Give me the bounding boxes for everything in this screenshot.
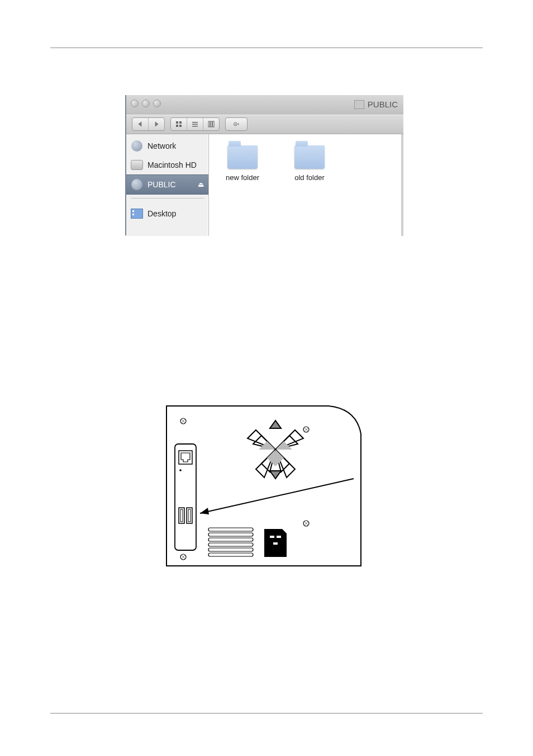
folder-item[interactable]: old folder bbox=[287, 145, 332, 182]
finder-titlebar: PUBLIC bbox=[126, 95, 403, 115]
sidebar-item-label: Network bbox=[147, 141, 176, 150]
svg-point-43 bbox=[179, 469, 182, 471]
sidebar-item-label: Desktop bbox=[147, 209, 176, 218]
svg-rect-56 bbox=[273, 542, 278, 545]
folder-icon bbox=[227, 145, 258, 169]
window-title-label: PUBLIC bbox=[368, 100, 398, 109]
icon-view-button[interactable] bbox=[171, 118, 187, 130]
folder-item[interactable]: new folder bbox=[220, 145, 265, 182]
desktop-icon bbox=[131, 207, 143, 220]
page-footer bbox=[50, 713, 483, 722]
svg-rect-3 bbox=[179, 121, 182, 124]
action-menu-button[interactable] bbox=[226, 118, 247, 130]
header-rule bbox=[50, 48, 483, 48]
finder-toolbar bbox=[126, 115, 403, 134]
finder-body: Network Macintosh HD PUBLIC ⏏ Desktop bbox=[126, 134, 403, 236]
footer-rule bbox=[50, 713, 483, 714]
svg-rect-54 bbox=[270, 536, 274, 538]
svg-rect-10 bbox=[211, 121, 212, 127]
sidebar-item-label: Macintosh HD bbox=[147, 160, 197, 169]
list-view-button[interactable] bbox=[187, 118, 203, 130]
svg-rect-11 bbox=[213, 121, 215, 127]
sidebar-item-label: PUBLIC bbox=[147, 180, 176, 189]
svg-rect-47 bbox=[188, 509, 191, 522]
svg-rect-8 bbox=[192, 126, 198, 127]
hd-icon bbox=[131, 159, 143, 171]
window-controls[interactable] bbox=[131, 100, 161, 107]
network-icon bbox=[131, 140, 143, 152]
sidebar-separator bbox=[131, 198, 204, 204]
folder-label: old folder bbox=[287, 173, 332, 182]
folder-icon bbox=[294, 145, 325, 169]
svg-marker-0 bbox=[138, 121, 141, 127]
svg-point-13 bbox=[235, 124, 236, 125]
svg-rect-55 bbox=[277, 536, 281, 538]
svg-rect-6 bbox=[192, 122, 198, 123]
window-title: PUBLIC bbox=[354, 100, 398, 109]
svg-rect-2 bbox=[176, 121, 178, 124]
svg-rect-7 bbox=[192, 124, 198, 125]
volume-icon bbox=[354, 100, 364, 109]
forward-button[interactable] bbox=[149, 118, 164, 130]
eject-icon[interactable]: ⏏ bbox=[198, 181, 204, 188]
view-segment[interactable] bbox=[170, 117, 220, 131]
column-view-button[interactable] bbox=[203, 118, 219, 130]
svg-rect-4 bbox=[176, 125, 178, 127]
network-volume-icon bbox=[131, 178, 143, 191]
finder-content[interactable]: new folder old folder bbox=[209, 134, 403, 236]
action-segment[interactable] bbox=[225, 117, 248, 131]
nav-segment[interactable] bbox=[132, 117, 165, 131]
back-button[interactable] bbox=[132, 118, 149, 130]
svg-marker-14 bbox=[238, 124, 239, 125]
svg-marker-1 bbox=[155, 121, 159, 127]
close-icon[interactable] bbox=[131, 100, 139, 107]
sidebar-item-public[interactable]: PUBLIC ⏏ bbox=[126, 174, 208, 195]
svg-rect-9 bbox=[208, 121, 210, 127]
svg-rect-45 bbox=[180, 509, 183, 522]
sidebar-item-desktop[interactable]: Desktop bbox=[126, 204, 208, 223]
sidebar-item-network[interactable]: Network bbox=[126, 136, 208, 155]
zoom-icon[interactable] bbox=[153, 100, 161, 107]
rear-panel-diagram bbox=[155, 395, 373, 577]
minimize-icon[interactable] bbox=[142, 100, 150, 107]
finder-sidebar: Network Macintosh HD PUBLIC ⏏ Desktop bbox=[126, 134, 209, 236]
finder-window: PUBLIC bbox=[125, 95, 403, 235]
document-page: PUBLIC bbox=[0, 0, 533, 756]
folder-label: new folder bbox=[220, 173, 265, 182]
sidebar-item-macintosh-hd[interactable]: Macintosh HD bbox=[126, 155, 208, 174]
svg-rect-5 bbox=[179, 125, 182, 127]
